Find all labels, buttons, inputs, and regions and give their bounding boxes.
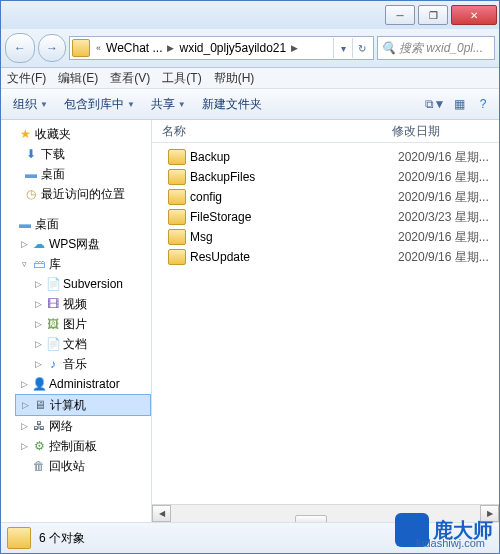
status-bar: 6 个对象 bbox=[1, 522, 499, 553]
file-list[interactable]: Backup2020/9/16 星期...BackupFiles2020/9/1… bbox=[152, 143, 499, 504]
expand-icon[interactable]: ▷ bbox=[33, 299, 43, 309]
expand-icon[interactable]: ▷ bbox=[33, 279, 43, 289]
tree-wps[interactable]: ▷☁WPS网盘 bbox=[15, 234, 151, 254]
menu-view[interactable]: 查看(V) bbox=[110, 70, 150, 87]
file-date: 2020/9/16 星期... bbox=[398, 149, 499, 166]
file-row[interactable]: config2020/9/16 星期... bbox=[152, 187, 499, 207]
tree-controlpanel[interactable]: ▷⚙控制面板 bbox=[15, 436, 151, 456]
star-icon: ★ bbox=[17, 126, 33, 142]
tree-desktop-root[interactable]: ▬桌面 bbox=[1, 214, 151, 234]
file-name: FileStorage bbox=[190, 210, 251, 224]
tree-documents[interactable]: ▷📄文档 bbox=[29, 334, 151, 354]
preview-pane-button[interactable]: ▦ bbox=[449, 94, 469, 114]
file-name: Backup bbox=[190, 150, 230, 164]
new-folder-button[interactable]: 新建文件夹 bbox=[196, 93, 268, 116]
breadcrumb-seg[interactable]: WeChat ... bbox=[104, 41, 164, 55]
expand-icon[interactable]: ▷ bbox=[19, 239, 29, 249]
file-row[interactable]: Backup2020/9/16 星期... bbox=[152, 147, 499, 167]
collapse-icon[interactable]: ▿ bbox=[19, 259, 29, 269]
column-name[interactable]: 名称 bbox=[152, 123, 392, 140]
organize-button[interactable]: 组织▼ bbox=[7, 93, 54, 116]
tree-administrator[interactable]: ▷👤Administrator bbox=[15, 374, 151, 394]
horizontal-scrollbar[interactable]: ◀ ▶ bbox=[152, 504, 499, 522]
file-name: config bbox=[190, 190, 222, 204]
view-options-button[interactable]: ⧉▼ bbox=[425, 94, 445, 114]
file-date: 2020/9/16 星期... bbox=[398, 249, 499, 266]
menu-tools[interactable]: 工具(T) bbox=[162, 70, 201, 87]
tree-libraries[interactable]: ▿🗃库 bbox=[15, 254, 151, 274]
controlpanel-icon: ⚙ bbox=[31, 438, 47, 454]
tree-network[interactable]: ▷🖧网络 bbox=[15, 416, 151, 436]
expand-icon[interactable]: ▷ bbox=[20, 400, 30, 410]
toolbar: 组织▼ 包含到库中▼ 共享▼ 新建文件夹 ⧉▼ ▦ ? bbox=[1, 89, 499, 120]
collapse-icon bbox=[5, 129, 15, 139]
file-name: BackupFiles bbox=[190, 170, 255, 184]
chevron-icon: « bbox=[93, 43, 104, 53]
breadcrumb-seg[interactable]: wxid_0pljy5ayildo21 bbox=[177, 41, 288, 55]
back-icon: ← bbox=[14, 41, 26, 55]
share-button[interactable]: 共享▼ bbox=[145, 93, 192, 116]
menu-edit[interactable]: 编辑(E) bbox=[58, 70, 98, 87]
expand-icon[interactable]: ▷ bbox=[19, 379, 29, 389]
tree-downloads[interactable]: ⬇下载 bbox=[19, 144, 151, 164]
scroll-right-button[interactable]: ▶ bbox=[480, 505, 499, 522]
tree-favorites[interactable]: ★收藏夹 bbox=[1, 124, 151, 144]
folder-icon bbox=[168, 149, 186, 165]
recyclebin-icon: 🗑 bbox=[31, 458, 47, 474]
picture-icon: 🖼 bbox=[45, 316, 61, 332]
desktop-icon: ▬ bbox=[17, 216, 33, 232]
doc-icon: 📄 bbox=[45, 276, 61, 292]
address-bar[interactable]: « WeChat ... ▶ wxid_0pljy5ayildo21 ▶ ▾ ↻ bbox=[69, 36, 374, 60]
minimize-button[interactable]: ─ bbox=[385, 5, 415, 25]
scroll-left-button[interactable]: ◀ bbox=[152, 505, 171, 522]
maximize-button[interactable]: ❐ bbox=[418, 5, 448, 25]
close-button[interactable]: ✕ bbox=[451, 5, 497, 25]
tree-subversion[interactable]: ▷📄Subversion bbox=[29, 274, 151, 294]
refresh-button[interactable]: ↻ bbox=[352, 38, 371, 58]
chevron-right-icon: ▶ bbox=[164, 43, 177, 53]
explorer-window: ─ ❐ ✕ ← → « WeChat ... ▶ wxid_0pljy5ayil… bbox=[0, 0, 500, 554]
include-in-library-button[interactable]: 包含到库中▼ bbox=[58, 93, 141, 116]
expand-icon bbox=[19, 461, 29, 471]
download-icon: ⬇ bbox=[23, 146, 39, 162]
menu-bar: 文件(F) 编辑(E) 查看(V) 工具(T) 帮助(H) bbox=[1, 68, 499, 89]
file-row[interactable]: FileStorage2020/3/23 星期... bbox=[152, 207, 499, 227]
forward-button[interactable]: → bbox=[38, 34, 66, 62]
column-modified[interactable]: 修改日期 bbox=[392, 123, 499, 140]
expand-icon[interactable]: ▷ bbox=[33, 359, 43, 369]
chevron-down-icon: ▼ bbox=[434, 97, 446, 111]
menu-help[interactable]: 帮助(H) bbox=[214, 70, 255, 87]
tree-music[interactable]: ▷♪音乐 bbox=[29, 354, 151, 374]
expand-icon[interactable]: ▷ bbox=[19, 421, 29, 431]
tree-videos[interactable]: ▷🎞视频 bbox=[29, 294, 151, 314]
folder-icon bbox=[72, 39, 90, 57]
help-button[interactable]: ? bbox=[473, 94, 493, 114]
expand-icon[interactable]: ▷ bbox=[33, 319, 43, 329]
library-icon: 🗃 bbox=[31, 256, 47, 272]
file-date: 2020/9/16 星期... bbox=[398, 229, 499, 246]
column-header[interactable]: 名称 修改日期 bbox=[152, 120, 499, 143]
file-name: Msg bbox=[190, 230, 213, 244]
menu-file[interactable]: 文件(F) bbox=[7, 70, 46, 87]
tree-computer[interactable]: ▷🖥计算机 bbox=[15, 394, 151, 416]
scroll-thumb[interactable] bbox=[295, 515, 327, 523]
tree-recyclebin[interactable]: 🗑回收站 bbox=[15, 456, 151, 476]
search-input[interactable]: 🔍 搜索 wxid_0pl... bbox=[377, 36, 495, 60]
file-row[interactable]: BackupFiles2020/9/16 星期... bbox=[152, 167, 499, 187]
file-row[interactable]: Msg2020/9/16 星期... bbox=[152, 227, 499, 247]
expand-icon[interactable]: ▷ bbox=[33, 339, 43, 349]
chevron-down-icon: ▼ bbox=[127, 100, 135, 109]
folder-icon bbox=[168, 249, 186, 265]
tree-recent[interactable]: ◷最近访问的位置 bbox=[19, 184, 151, 204]
tree-pictures[interactable]: ▷🖼图片 bbox=[29, 314, 151, 334]
folder-icon bbox=[168, 209, 186, 225]
file-date: 2020/9/16 星期... bbox=[398, 189, 499, 206]
navigation-tree[interactable]: ★收藏夹 ⬇下载 ▬桌面 ◷最近访问的位置 ▬桌面 ▷☁WPS网盘 ▿🗃库 ▷📄… bbox=[1, 120, 152, 522]
computer-icon: 🖥 bbox=[32, 397, 48, 413]
expand-icon[interactable]: ▷ bbox=[19, 441, 29, 451]
file-row[interactable]: ResUpdate2020/9/16 星期... bbox=[152, 247, 499, 267]
tree-desktop[interactable]: ▬桌面 bbox=[19, 164, 151, 184]
back-button[interactable]: ← bbox=[5, 33, 35, 63]
collapse-icon bbox=[5, 219, 15, 229]
dropdown-button[interactable]: ▾ bbox=[333, 38, 352, 58]
